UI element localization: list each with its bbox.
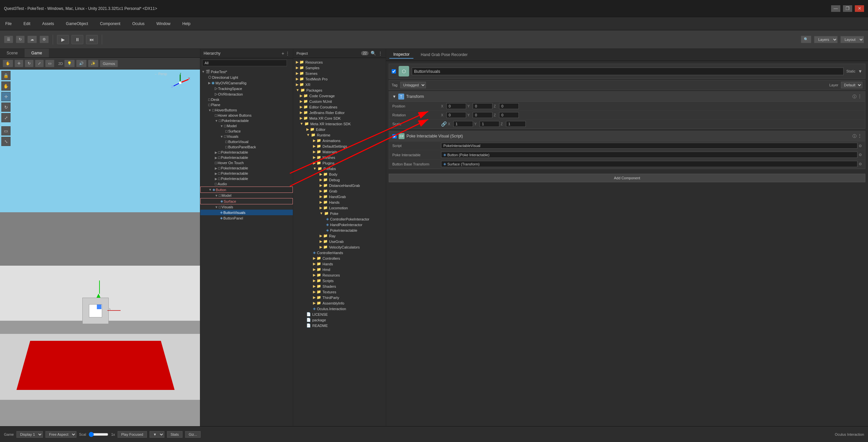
tree-item-visuals1[interactable]: ▼ □ Visuals	[200, 134, 293, 139]
tree-item-btnpanelback[interactable]: □ ButtonPanelBack	[200, 144, 293, 150]
proj-meshes[interactable]: ▶ 📁Meshes	[293, 155, 386, 160]
proj-package[interactable]: 📄package	[293, 317, 386, 323]
tree-item-pokei1[interactable]: ▼ □ PokeInteractable	[200, 118, 293, 123]
play-focused-btn[interactable]: Play Focused	[118, 431, 147, 438]
proj-handgrab[interactable]: ▶ 📁HandGrab	[293, 194, 386, 199]
tool-transform[interactable]: ⤡	[1, 137, 10, 146]
proj-ray[interactable]: ▶ 📁Ray	[293, 233, 386, 239]
scene-rect-tool[interactable]: ▭	[45, 60, 54, 67]
proj-xr[interactable]: ▶ 📁XR	[293, 82, 386, 87]
tree-item-surface2[interactable]: ◈ Surface	[200, 198, 293, 204]
toolbar-btn-settings[interactable]: ⚙	[39, 36, 49, 43]
scene-hand-tool[interactable]: ✋	[3, 60, 13, 67]
menu-file[interactable]: File	[3, 20, 14, 27]
close-button[interactable]: ✕	[855, 5, 864, 12]
scene-rotate-tool[interactable]: ↻	[25, 60, 34, 67]
tree-item-tracking[interactable]: ▷ TrackingSpace	[200, 86, 293, 91]
tool-rotate[interactable]: ↻	[1, 102, 10, 112]
proj-hands2[interactable]: ▶ 📁Hands	[293, 261, 386, 267]
object-name-field[interactable]	[412, 67, 844, 75]
toolbar-btn-1[interactable]: ☰	[4, 36, 13, 43]
transform-menu-icon[interactable]: ⋮	[858, 94, 862, 99]
tool-rect[interactable]: ▭	[1, 126, 10, 136]
tool-scale[interactable]: ⤢	[1, 113, 10, 122]
tree-item-desk[interactable]: □ Desk	[200, 97, 293, 102]
tree-item-myCam[interactable]: ▶ ◉ MyOVRCameraRig	[200, 80, 293, 86]
proj-license[interactable]: 📄LICENSE	[293, 312, 386, 317]
hierarchy-add-btn[interactable]: +	[282, 51, 284, 56]
tree-item-pokei2[interactable]: ▶ □ PokeInteractable	[200, 150, 293, 155]
tree-item-plane[interactable]: □ Plane	[200, 102, 293, 108]
minimize-button[interactable]: —	[831, 5, 840, 12]
pos-x-field[interactable]	[446, 103, 466, 109]
tree-item-audio[interactable]: □ Audio	[200, 181, 293, 186]
proj-materials[interactable]: ▶ 📁Materials	[293, 149, 386, 155]
scene-scale-tool[interactable]: ⤢	[35, 60, 44, 67]
hierarchy-search-input[interactable]	[202, 60, 287, 66]
proj-body[interactable]: ▶ 📁Body	[293, 171, 386, 177]
layer-dropdown[interactable]: Default	[841, 82, 862, 88]
project-menu-btn[interactable]: ⋮	[378, 51, 382, 56]
tree-item-pokei4[interactable]: ▶ □ PokeInteractable	[200, 166, 293, 171]
tree-item-btnvisuals2[interactable]: ◈ ButtonVisuals	[200, 210, 293, 215]
transform-header[interactable]: ▼ T Transform ⓘ ⋮	[389, 92, 865, 102]
pos-z-field[interactable]	[499, 103, 519, 109]
proj-runtime[interactable]: ▼ 📁Runtime	[293, 132, 386, 138]
proj-disthandgrab[interactable]: ▶ 📁DistanceHandGrab	[293, 183, 386, 188]
hierarchy-menu-btn[interactable]: ⋮	[286, 51, 289, 56]
pause-button[interactable]: ⏸	[71, 35, 83, 44]
tab-inspector[interactable]: Inspector	[390, 51, 413, 59]
btn-base-target-icon[interactable]: ⊙	[859, 162, 862, 166]
script-target-icon[interactable]: ⊙	[859, 144, 862, 148]
maximize-button[interactable]: ❐	[843, 5, 852, 12]
tree-item-hoverontouch[interactable]: □ Hover On Touch	[200, 160, 293, 166]
search-button[interactable]: 🔍	[801, 36, 811, 43]
tool-lock[interactable]: 🔒	[1, 71, 10, 80]
object-active-checkbox[interactable]	[392, 69, 396, 73]
proj-resources[interactable]: ▶ 📁Resources	[293, 59, 386, 65]
proj-hmd[interactable]: ▶ 📁Hmd	[293, 267, 386, 272]
menu-gameobject[interactable]: GameObject	[63, 20, 91, 27]
proj-jetbrains[interactable]: ▶ 📁JetBrains Rider Editor	[293, 110, 386, 115]
proj-poke[interactable]: ▼ 📁Poke	[293, 211, 386, 216]
play-button[interactable]: ▶	[57, 35, 69, 44]
scene-move-tool[interactable]: ✛	[14, 60, 23, 67]
tree-item-btnvisual1[interactable]: □ ButtonVisual	[200, 139, 293, 144]
scene-fx-toggle[interactable]: ✨	[88, 60, 98, 67]
proj-velocitycalc[interactable]: ▶ 📁VelocityCalculators	[293, 244, 386, 250]
toolbar-btn-cloud[interactable]: ☁	[27, 36, 37, 43]
transform-info-icon[interactable]: ⓘ	[852, 94, 857, 99]
tree-item-model1[interactable]: ▼ □ Model	[200, 123, 293, 128]
poke-visual-menu-icon[interactable]: ⋮	[858, 134, 862, 139]
proj-handpoke[interactable]: ◈ HandPokeInteractor	[293, 222, 386, 228]
proj-scenes[interactable]: ▶ 📁Scenes	[293, 70, 386, 76]
tab-handgrab[interactable]: Hand Grab Pose Recorder	[417, 51, 471, 58]
proj-assemblyinfo[interactable]: ▶ 📁AssemblyInfo	[293, 300, 386, 306]
proj-grab[interactable]: ▶ 📁Grab	[293, 188, 386, 194]
proj-resources2[interactable]: ▶ 📁Resources	[293, 272, 386, 278]
pos-y-field[interactable]	[473, 103, 493, 109]
proj-metaxr-interact[interactable]: ▼ 📁Meta XR Interaction SDK	[293, 121, 386, 126]
tree-item-ovrint[interactable]: ▷ OVRInteraction	[200, 91, 293, 97]
proj-usegrab[interactable]: ▶ 📁UseGrab	[293, 239, 386, 244]
static-dropdown[interactable]: ▼	[858, 69, 862, 74]
tree-item-visuals2[interactable]: ▼ □ Visuals	[200, 204, 293, 210]
menu-window[interactable]: Window	[154, 20, 173, 27]
rot-y-field[interactable]	[473, 112, 493, 118]
proj-textmesh[interactable]: ▶ 📁TextMesh Pro	[293, 76, 386, 82]
tree-item-hoverbtn[interactable]: ▼ □ HoverButtons	[200, 108, 293, 113]
poke-visual-info-icon[interactable]: ⓘ	[852, 134, 857, 139]
tool-hand[interactable]: ✋	[1, 81, 10, 91]
proj-samples[interactable]: ▶ 📁Samples	[293, 65, 386, 70]
poke-int-target-icon[interactable]: ⊙	[859, 153, 862, 157]
tree-item-surface1[interactable]: □ Surface	[200, 128, 293, 134]
add-component-button[interactable]: Add Component	[389, 174, 865, 182]
proj-prefabs[interactable]: ▼ 📁Prefabs	[293, 166, 386, 171]
proj-code-coverage[interactable]: ▶ 📁Code Coverage	[293, 93, 386, 98]
proj-editor[interactable]: ▶ 📁Editor	[293, 126, 386, 132]
scale-x-field[interactable]	[453, 121, 473, 127]
2d-toggle[interactable]: 2D	[58, 62, 63, 66]
scene-audio-toggle[interactable]: 🔊	[76, 60, 87, 67]
menu-component[interactable]: Component	[97, 20, 123, 27]
proj-controllerpoke[interactable]: ◈ ControllerPokeInteractor	[293, 216, 386, 222]
